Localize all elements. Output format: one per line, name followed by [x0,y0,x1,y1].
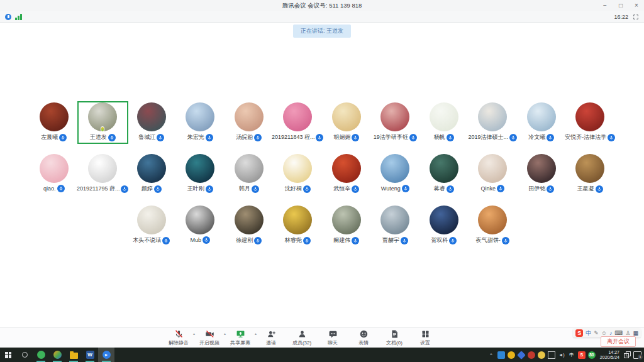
participant-tile[interactable]: 贾赫宇 [371,206,420,246]
participant-tile[interactable]: 2019211795 薛... [79,154,128,194]
taskbar-app-explorer[interactable] [65,348,82,362]
participant-tile[interactable]: Qinke [469,154,518,194]
participant-name: Mub [190,237,201,243]
minimize-button[interactable]: − [601,0,609,11]
sogou-ime-pinyin-icon[interactable]: 中 [586,329,591,337]
participant-tile[interactable]: 阚建伟 [322,206,371,246]
participant-tile[interactable]: 汤皖贻 [225,102,274,143]
sogou-skin-icon[interactable]: ▦ [633,329,638,337]
participant-name: 鲁城江 [138,133,155,141]
tray-sogou-icon[interactable]: S [578,351,586,359]
participant-nameline: 2019法律硕士... [468,133,517,141]
audio-badge-icon [206,134,213,141]
tray-red-app-icon[interactable] [528,351,535,359]
toolbar-button-mic-muted[interactable]: ▴ 解除静音 [169,329,189,346]
participant-name: 冷文曦 [528,133,545,141]
avatar [380,206,409,234]
sogou-person-icon[interactable]: ♙ [625,329,630,337]
participant-tile[interactable]: 韩月 [225,154,274,194]
participant-name: 林睿尧 [285,236,302,244]
dropdown-arrow[interactable]: ▴ [255,331,257,336]
toolbar-button-screen-share[interactable]: ▴ 共享屏幕 [230,329,250,346]
toolbar-button-members[interactable]: 成员(32) [292,329,312,346]
participant-tile[interactable]: 林睿尧 [274,206,323,246]
participant-tile[interactable]: Mub [176,206,225,246]
dropdown-arrow[interactable]: ▴ [224,331,226,336]
toolbar-button-invite[interactable]: 邀请 [261,329,281,346]
tray-battery-360-icon[interactable]: 80 [588,351,596,359]
participant-name: 沈好桐 [285,185,302,193]
participant-tile[interactable]: 武恒辛 [322,154,371,194]
taskbar-app-meeting[interactable]: ▸ [98,348,114,362]
cortana-search-button[interactable] [16,348,33,362]
participant-tile[interactable]: 王星凝 [566,154,615,194]
participant-name: 蒋睿 [434,185,445,193]
leave-meeting-button[interactable]: 离开会议 [601,336,636,347]
participant-tile[interactable]: 颜婷 [127,154,176,194]
participant-nameline: 夜气甜饼- [476,236,509,244]
tray-shield-icon[interactable] [538,351,545,359]
audio-badge-icon [59,134,67,141]
participant-tile[interactable]: 鲁城江 [127,102,176,143]
participant-tile[interactable]: 19法学研李钰 [371,102,420,143]
tray-pages-icon[interactable] [624,351,631,358]
participant-tile[interactable]: 沈好桐 [274,154,323,194]
tray-yellow-app-icon[interactable] [508,351,515,359]
avatar [575,102,604,131]
action-center-icon[interactable]: 1 [633,351,641,359]
close-button[interactable]: × [633,0,640,11]
participant-tile[interactable]: 蒋睿 [419,154,469,194]
participant-tile[interactable]: 左晨曦 [30,102,79,143]
fullscreen-icon[interactable] [633,14,639,20]
participant-nameline: 徐建刚 [236,236,262,244]
avatar [186,102,214,131]
participant-tile[interactable]: 胡媚媚 [322,102,371,143]
tray-chevron-icon[interactable]: ^ [487,351,495,359]
tray-ime-icon[interactable]: 中 [568,351,575,359]
participant-tile[interactable]: 田伊铭 [517,154,566,194]
title-bar: 腾讯会议 会议号: 511 139 818 − □ × [0,0,644,11]
participant-tile[interactable]: 贺双科 [419,206,469,246]
participant-tile[interactable]: 杨帆 [419,102,469,143]
start-button[interactable] [0,348,16,362]
network-signal-icon[interactable] [15,14,22,20]
participant-tile[interactable]: 冷文曦 [517,102,566,143]
taskbar-app-green[interactable] [33,348,49,362]
toolbar-button-camera-off[interactable]: ▴ 开启视频 [199,329,219,346]
taskbar-app-globe[interactable] [49,348,65,362]
participant-tile[interactable]: qiao. [30,154,79,194]
tray-chat-icon[interactable] [497,351,505,359]
toolbar-button-label: 成员(32) [292,339,311,346]
participant-tile[interactable]: 夜气甜饼- [469,206,518,246]
tray-display-icon[interactable] [548,351,555,359]
toolbar-button-emoji[interactable]: 表情 [353,329,374,346]
participant-tile[interactable]: 王道发 [79,102,128,143]
participant-tile[interactable]: 2019法律硕士... [469,102,518,143]
taskbar-app-word[interactable]: W [82,348,98,362]
meeting-security-icon[interactable] [5,14,11,20]
sogou-handwrite-icon[interactable]: ✎ [594,329,599,337]
sogou-voice-icon[interactable]: ♪ [609,329,613,337]
tray-gem-icon[interactable] [517,351,526,359]
sogou-keyboard-icon[interactable]: ⌨ [614,329,623,337]
clock-time: 14:27 [608,350,619,354]
toolbar-button-chat[interactable]: 聊天 [323,329,343,346]
taskbar-clock[interactable]: 14:27 2020/5/24 [598,350,621,360]
participant-tile[interactable]: 木头不说话 [127,206,176,246]
dropdown-arrow[interactable]: ▴ [193,331,195,336]
toolbar-button-settings[interactable]: 设置 [415,329,435,346]
participant-tile[interactable]: 2019211843 程... [274,102,323,143]
toolbar-button-label: 开启视频 [199,339,219,346]
sogou-logo-icon[interactable]: S [575,329,583,337]
maximize-button[interactable]: □ [617,0,625,11]
participant-tile[interactable]: 安悦齐-法律法学 [566,102,615,143]
tray-volume-icon[interactable]: ◄) [558,351,565,359]
participant-tile[interactable]: 王叶刚 [176,154,225,194]
toolbar-button-docs[interactable]: 文档(0) [384,329,404,346]
sogou-emoji-icon[interactable]: ☺ [601,329,607,337]
participant-nameline: 武恒辛 [333,185,359,193]
participant-tile[interactable]: Wuteng [371,154,420,194]
participant-nameline: 汤皖贻 [236,133,262,141]
participant-tile[interactable]: 朱宏光 [176,102,225,143]
participant-tile[interactable]: 徐建刚 [225,206,274,246]
